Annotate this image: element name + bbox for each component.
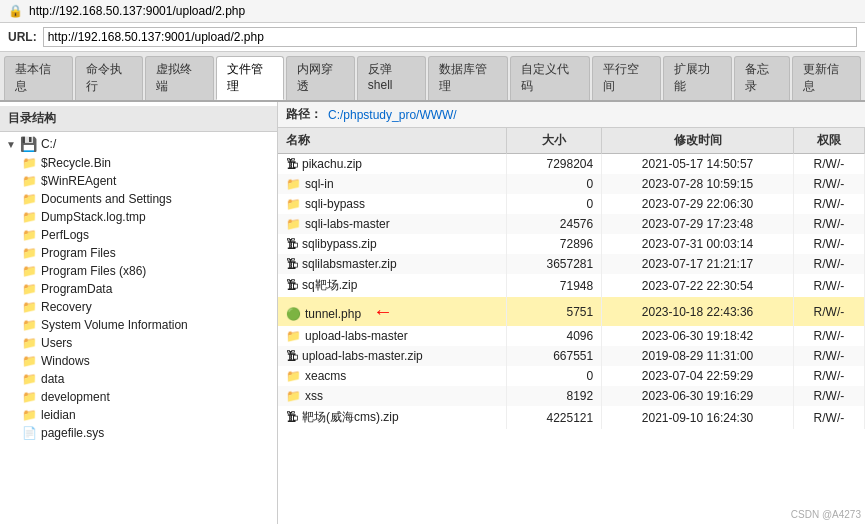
sidebar-item-users[interactable]: 📁Users	[22, 334, 271, 352]
sidebar-item-label: Users	[41, 336, 72, 350]
file-type-icon: 🗜	[286, 410, 298, 424]
tree-root: ▼ 💾 C:/ 📁$Recycle.Bin📁$WinREAgent📁Docume…	[0, 132, 277, 444]
sidebar-item-development[interactable]: 📁development	[22, 388, 271, 406]
sidebar-item-programdata[interactable]: 📁ProgramData	[22, 280, 271, 298]
nav-tab-custom-code[interactable]: 自定义代码	[510, 56, 590, 100]
red-arrow-icon: ←	[373, 300, 393, 322]
sidebar[interactable]: 目录结构 ▼ 💾 C:/ 📁$Recycle.Bin📁$WinREAgent📁D…	[0, 102, 278, 524]
file-perm: R/W/-	[793, 297, 864, 326]
sidebar-item-program-files[interactable]: 📁Program Files	[22, 244, 271, 262]
file-type-icon: 📁	[286, 369, 301, 383]
file-perm: R/W/-	[793, 326, 864, 346]
file-type-icon: 📁	[286, 389, 301, 403]
table-row[interactable]: 🟢tunnel.php←57512023-10-18 22:43:36R/W/-	[278, 297, 865, 326]
file-table[interactable]: 名称 大小 修改时间 权限 🗜pikachu.zip72982042021-05…	[278, 128, 865, 524]
nav-tab-extend[interactable]: 扩展功能	[663, 56, 732, 100]
col-modified[interactable]: 修改时间	[602, 128, 794, 154]
folder-icon: 📁	[22, 300, 37, 314]
sidebar-item-$winreagent[interactable]: 📁$WinREAgent	[22, 172, 271, 190]
table-row[interactable]: 🗜靶场(威海cms).zip42251212021-09-10 16:24:30…	[278, 406, 865, 429]
table-row[interactable]: 📁sql-in02023-07-28 10:59:15R/W/-	[278, 174, 865, 194]
sidebar-item-dumpstack.log.tmp[interactable]: 📁DumpStack.log.tmp	[22, 208, 271, 226]
nav-tab-basic-info[interactable]: 基本信息	[4, 56, 73, 100]
sidebar-item-leidian[interactable]: 📁leidian	[22, 406, 271, 424]
folder-icon: 📁	[22, 228, 37, 242]
folder-icon: 📁	[22, 372, 37, 386]
col-perm[interactable]: 权限	[793, 128, 864, 154]
sidebar-item-recovery[interactable]: 📁Recovery	[22, 298, 271, 316]
drive-label: C:/	[41, 137, 56, 151]
folder-icon: 📁	[22, 354, 37, 368]
table-row[interactable]: 📁xss81922023-06-30 19:16:29R/W/-	[278, 386, 865, 406]
table-row[interactable]: 📁xeacms02023-07-04 22:59:29R/W/-	[278, 366, 865, 386]
url-input[interactable]	[43, 27, 857, 47]
file-perm: R/W/-	[793, 366, 864, 386]
expand-icon: ▼	[6, 139, 16, 150]
path-bar: 路径： C:/phpstudy_pro/WWW/	[278, 102, 865, 128]
sidebar-item-label: leidian	[41, 408, 76, 422]
file-type-icon: 🗜	[286, 237, 298, 251]
file-name: 靶场(威海cms).zip	[302, 410, 399, 424]
url-label: URL:	[8, 30, 37, 44]
table-row[interactable]: 🗜sqlibypass.zip728962023-07-31 00:03:14R…	[278, 234, 865, 254]
file-size: 24576	[507, 214, 602, 234]
sidebar-item-program-files-(x86)[interactable]: 📁Program Files (x86)	[22, 262, 271, 280]
file-modified: 2021-09-10 16:24:30	[602, 406, 794, 429]
sidebar-item-data[interactable]: 📁data	[22, 370, 271, 388]
sidebar-item-pagefile.sys[interactable]: 📄pagefile.sys	[22, 424, 271, 442]
sidebar-item-label: DumpStack.log.tmp	[41, 210, 146, 224]
file-perm: R/W/-	[793, 174, 864, 194]
sidebar-item-label: PerfLogs	[41, 228, 89, 242]
nav-tab-parallel-space[interactable]: 平行空间	[592, 56, 661, 100]
file-perm: R/W/-	[793, 274, 864, 297]
sidebar-item-system-volume-information[interactable]: 📁System Volume Information	[22, 316, 271, 334]
sidebar-item-documents-and-settings[interactable]: 📁Documents and Settings	[22, 190, 271, 208]
sidebar-item-label: Documents and Settings	[41, 192, 172, 206]
drive-icon: 💾	[20, 136, 37, 152]
file-perm: R/W/-	[793, 234, 864, 254]
nav-tab-rebound-shell[interactable]: 反弹shell	[357, 56, 426, 100]
file-name: xeacms	[305, 369, 346, 383]
current-path: C:/phpstudy_pro/WWW/	[328, 108, 457, 122]
table-row[interactable]: 📁sqli-labs-master245762023-07-29 17:23:4…	[278, 214, 865, 234]
file-type-icon: 📁	[286, 177, 301, 191]
nav-tab-file-mgr[interactable]: 文件管理	[216, 56, 285, 100]
path-label: 路径：	[286, 106, 322, 123]
col-size[interactable]: 大小	[507, 128, 602, 154]
file-size: 8192	[507, 386, 602, 406]
file-size: 4096	[507, 326, 602, 346]
table-row[interactable]: 🗜upload-labs-master.zip6675512019-08-29 …	[278, 346, 865, 366]
file-modified: 2023-07-29 22:06:30	[602, 194, 794, 214]
file-name: upload-labs-master	[305, 329, 408, 343]
nav-tab-intranet[interactable]: 内网穿透	[286, 56, 355, 100]
file-modified: 2019-08-29 11:31:00	[602, 346, 794, 366]
folder-icon: 📁	[22, 390, 37, 404]
sidebar-item-label: pagefile.sys	[41, 426, 104, 440]
table-row[interactable]: 🗜pikachu.zip72982042021-05-17 14:50:57R/…	[278, 154, 865, 175]
nav-tab-virtual-terminal[interactable]: 虚拟终端	[145, 56, 214, 100]
sidebar-item-perflogs[interactable]: 📁PerfLogs	[22, 226, 271, 244]
table-row[interactable]: 📁upload-labs-master40962023-06-30 19:18:…	[278, 326, 865, 346]
sidebar-item-$recycle.bin[interactable]: 📁$Recycle.Bin	[22, 154, 271, 172]
nav-tab-update-info[interactable]: 更新信息	[792, 56, 861, 100]
sidebar-item-label: Program Files (x86)	[41, 264, 146, 278]
file-modified: 2023-06-30 19:18:42	[602, 326, 794, 346]
table-row[interactable]: 🗜sqlilabsmaster.zip36572812023-07-17 21:…	[278, 254, 865, 274]
file-name: sql-in	[305, 177, 334, 191]
file-modified: 2023-10-18 22:43:36	[602, 297, 794, 326]
nav-tab-db-mgr[interactable]: 数据库管理	[428, 56, 508, 100]
table-row[interactable]: 🗜sq靶场.zip719482023-07-22 22:30:54R/W/-	[278, 274, 865, 297]
url-bar: URL:	[0, 23, 865, 52]
nav-tabs: 基本信息命令执行虚拟终端文件管理内网穿透反弹shell数据库管理自定义代码平行空…	[0, 52, 865, 102]
col-name[interactable]: 名称	[278, 128, 507, 154]
nav-tab-cmd-exec[interactable]: 命令执行	[75, 56, 144, 100]
table-row[interactable]: 📁sqli-bypass02023-07-29 22:06:30R/W/-	[278, 194, 865, 214]
nav-tab-backup[interactable]: 备忘录	[734, 56, 791, 100]
title-bar: 🔒 http://192.168.50.137:9001/upload/2.ph…	[0, 0, 865, 23]
sidebar-item-windows[interactable]: 📁Windows	[22, 352, 271, 370]
file-name: sqlibypass.zip	[302, 237, 377, 251]
sidebar-item-label: development	[41, 390, 110, 404]
file-modified: 2023-07-28 10:59:15	[602, 174, 794, 194]
file-perm: R/W/-	[793, 346, 864, 366]
tree-drive-c[interactable]: ▼ 💾 C:/	[6, 134, 271, 154]
